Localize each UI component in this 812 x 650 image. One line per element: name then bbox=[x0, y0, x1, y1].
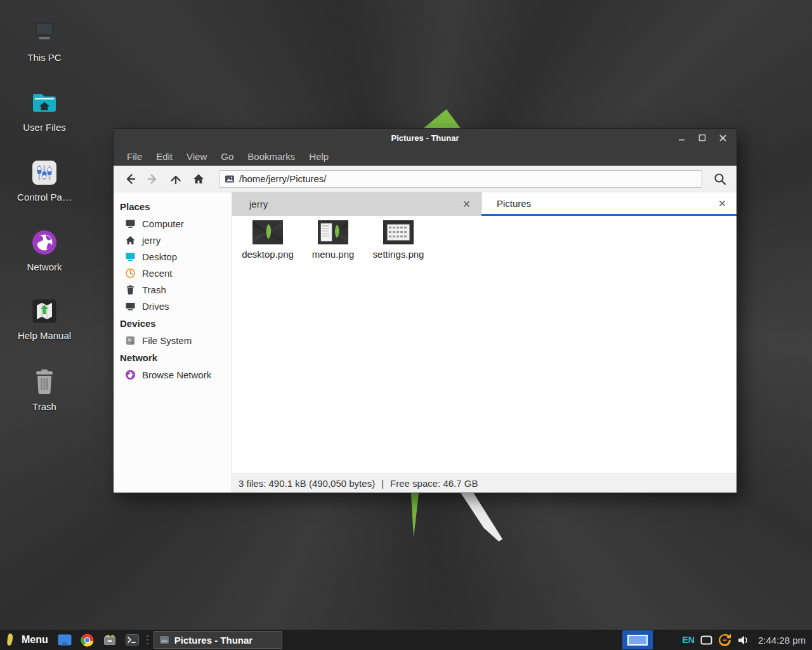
tab-label: Pictures bbox=[497, 198, 531, 209]
sidebar-item-file-system[interactable]: File System bbox=[114, 332, 232, 348]
sidebar-item-label: Browse Network bbox=[142, 369, 211, 380]
sidebar-item-jerry[interactable]: jerry bbox=[114, 232, 232, 248]
sidebar-header-devices: Devices bbox=[114, 314, 232, 332]
sidebar-item-trash[interactable]: Trash bbox=[114, 281, 232, 298]
path-bar[interactable]: /home/jerry/Pictures/ bbox=[219, 170, 702, 188]
file-name: settings.png bbox=[373, 249, 424, 260]
computer-icon bbox=[125, 218, 136, 229]
desktop-icon-user-files[interactable]: User Files bbox=[6, 86, 82, 152]
sidebar-header-places: Places bbox=[114, 197, 232, 215]
show-desktop-button[interactable] bbox=[53, 630, 76, 650]
sidebar-item-recent[interactable]: Recent bbox=[114, 265, 232, 281]
forward-arrow-icon bbox=[147, 173, 159, 185]
file-view[interactable]: desktop.png bbox=[232, 216, 737, 474]
menu-file[interactable]: File bbox=[120, 149, 149, 164]
desktop: This PC User Files bbox=[0, 0, 812, 650]
back-button[interactable] bbox=[119, 169, 141, 189]
status-files-text: 3 files: 490.1 kB (490,050 bytes) bbox=[239, 478, 375, 489]
file-settings-png[interactable]: settings.png bbox=[370, 220, 426, 260]
keyboard-layout-indicator[interactable]: EN bbox=[682, 635, 694, 645]
mint-menu-logo-icon bbox=[4, 632, 16, 647]
workspace-switcher[interactable] bbox=[622, 630, 653, 649]
recent-clock-icon bbox=[125, 268, 136, 279]
sidebar-item-label: Computer bbox=[142, 218, 184, 229]
minimize-button[interactable] bbox=[672, 129, 692, 147]
window-title: Pictures - Thunar bbox=[114, 133, 737, 143]
workspace-active[interactable] bbox=[627, 635, 648, 646]
show-desktop-icon bbox=[58, 634, 72, 646]
menu-go[interactable]: Go bbox=[214, 149, 240, 164]
system-tray: EN bbox=[682, 633, 754, 647]
search-button[interactable] bbox=[709, 169, 731, 189]
panel-handle[interactable] bbox=[145, 633, 150, 646]
help-manual-icon bbox=[28, 295, 61, 328]
computer-icon bbox=[28, 17, 61, 50]
forward-button[interactable] bbox=[141, 169, 164, 189]
file-name: menu.png bbox=[312, 249, 355, 260]
desktop-icon-help-manual[interactable]: Help Manual bbox=[6, 295, 82, 361]
close-button[interactable] bbox=[712, 129, 733, 147]
tab-close-icon[interactable] bbox=[461, 199, 472, 210]
file-desktop-png[interactable]: desktop.png bbox=[240, 220, 296, 260]
tab-jerry[interactable]: jerry bbox=[232, 192, 481, 216]
desktop-icon-control-panel[interactable]: Control Pa… bbox=[6, 156, 82, 222]
desktop-icon-label: Trash bbox=[32, 401, 56, 412]
menu-edit[interactable]: Edit bbox=[149, 149, 180, 164]
desktop-icon-label: Control Pa… bbox=[17, 192, 72, 202]
sidebar-item-drives[interactable]: Drives bbox=[114, 298, 232, 314]
sidebar: Places Computer jerry Desktop Recent bbox=[114, 192, 232, 493]
menu-view[interactable]: View bbox=[180, 149, 214, 164]
home-button[interactable] bbox=[187, 169, 210, 189]
update-manager-icon[interactable] bbox=[718, 633, 731, 647]
control-panel-icon bbox=[28, 156, 61, 189]
home-icon bbox=[125, 235, 136, 246]
chrome-launcher[interactable] bbox=[76, 630, 98, 650]
task-button-label: Pictures - Thunar bbox=[174, 635, 252, 646]
terminal-icon bbox=[126, 634, 139, 646]
path-text: /home/jerry/Pictures/ bbox=[239, 173, 327, 184]
hard-drive-icon bbox=[125, 335, 136, 346]
tab-close-icon[interactable] bbox=[716, 197, 728, 209]
menu-bookmarks[interactable]: Bookmarks bbox=[240, 149, 302, 164]
tab-pictures[interactable]: Pictures bbox=[481, 192, 737, 216]
up-button[interactable] bbox=[164, 169, 187, 189]
file-manager-launcher[interactable] bbox=[98, 630, 121, 650]
sidebar-item-label: Recent bbox=[142, 268, 173, 279]
home-folder-icon bbox=[28, 86, 61, 119]
sidebar-item-browse-network[interactable]: Browse Network bbox=[114, 366, 232, 383]
desktop-icon-label: User Files bbox=[23, 122, 66, 133]
status-bar: 3 files: 490.1 kB (490,050 bytes) | Free… bbox=[232, 474, 737, 493]
desktop-icon-label: This PC bbox=[27, 52, 61, 63]
desktop-icon-trash[interactable]: Trash bbox=[6, 366, 82, 432]
menu-help[interactable]: Help bbox=[302, 149, 336, 164]
trash-icon bbox=[125, 284, 136, 295]
display-tray-icon[interactable] bbox=[700, 635, 712, 645]
up-arrow-icon bbox=[169, 173, 182, 185]
sidebar-item-computer[interactable]: Computer bbox=[114, 215, 232, 232]
titlebar[interactable]: Pictures - Thunar bbox=[114, 129, 737, 147]
file-name: desktop.png bbox=[242, 249, 294, 260]
status-free-space-text: Free space: 46.7 GB bbox=[390, 478, 478, 489]
network-globe-icon bbox=[28, 226, 61, 259]
menu-button[interactable] bbox=[0, 630, 20, 650]
desktop-icon-this-pc[interactable]: This PC bbox=[6, 17, 82, 83]
taskbar-window-button[interactable]: Pictures - Thunar bbox=[154, 631, 282, 649]
desktop-icon-label: Network bbox=[27, 262, 62, 272]
chrome-icon bbox=[81, 633, 94, 647]
sidebar-item-label: File System bbox=[142, 335, 192, 346]
file-menu-png[interactable]: menu.png bbox=[305, 220, 361, 260]
file-cabinet-icon bbox=[103, 633, 117, 646]
volume-icon[interactable] bbox=[737, 635, 749, 646]
image-folder-icon bbox=[225, 174, 235, 184]
clock[interactable]: 2:44:28 pm bbox=[754, 635, 812, 646]
back-arrow-icon bbox=[124, 173, 136, 185]
search-icon bbox=[713, 172, 727, 186]
menu-button-label[interactable]: Menu bbox=[20, 634, 53, 646]
terminal-launcher[interactable] bbox=[121, 630, 143, 650]
maximize-button[interactable] bbox=[692, 129, 712, 147]
sidebar-item-desktop[interactable]: Desktop bbox=[114, 248, 232, 265]
sidebar-item-label: Drives bbox=[142, 301, 169, 312]
desktop-icon bbox=[125, 251, 136, 262]
desktop-icon-network[interactable]: Network bbox=[6, 226, 82, 292]
menubar: File Edit View Go Bookmarks Help bbox=[114, 147, 737, 166]
